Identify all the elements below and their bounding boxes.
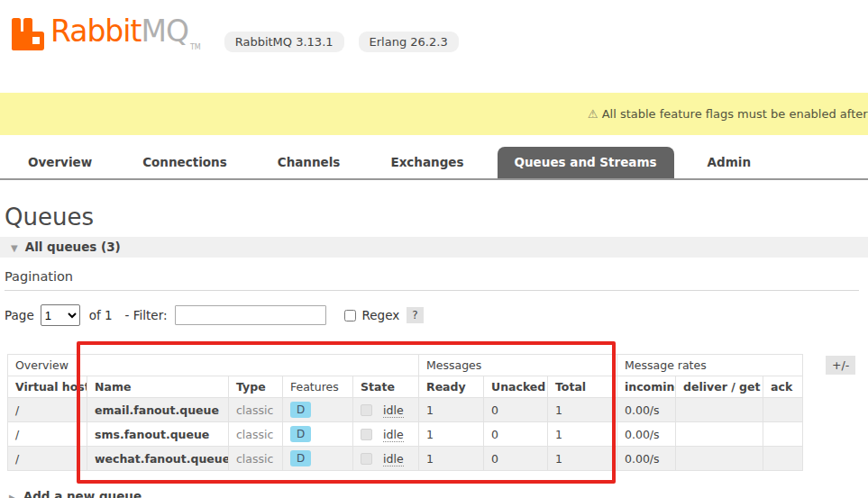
queue-name-link[interactable]: email.fanout.queue	[87, 398, 229, 422]
tab-exchanges[interactable]: Exchanges	[373, 147, 480, 178]
page-label: Page	[5, 308, 34, 322]
incoming-rate-cell: 0.00/s	[617, 398, 676, 422]
incoming-rate-cell: 0.00/s	[617, 422, 676, 447]
regex-help-button[interactable]: ?	[407, 307, 423, 323]
page-title: Queues	[5, 204, 868, 231]
state-label[interactable]: idle	[383, 428, 404, 442]
unacked-cell: 0	[484, 398, 548, 422]
tab-queues-and-streams[interactable]: Queues and Streams	[498, 147, 674, 178]
ack-rate-cell	[763, 398, 803, 422]
unacked-cell: 0	[484, 422, 548, 447]
table-row: / sms.fanout.queue classic D idle 1 0 1 …	[8, 422, 803, 447]
col-header-total[interactable]: Total	[548, 376, 617, 398]
table-group-header-row: Overview Messages Message rates	[8, 355, 803, 376]
col-header-state[interactable]: State	[353, 376, 419, 398]
durable-feature-icon[interactable]: D	[290, 450, 311, 466]
state-indicator-icon	[361, 404, 372, 416]
pagination-controls: Page 1 of 1 - Filter: Regex ?	[5, 304, 868, 326]
filter-input[interactable]	[175, 305, 326, 325]
queues-table: Overview Messages Message rates Virtual …	[7, 354, 803, 471]
ready-cell: 1	[419, 398, 484, 422]
all-queues-label: All queues (3)	[25, 240, 121, 254]
deliver-get-rate-cell	[676, 398, 763, 422]
filter-label: - Filter:	[125, 308, 168, 322]
col-header-features: Features	[283, 376, 353, 398]
rabbitmq-version-badge: RabbitMQ 3.13.1	[224, 32, 344, 52]
ready-cell: 1	[419, 447, 484, 471]
group-header-message-rates: Message rates	[617, 355, 803, 376]
col-header-ready[interactable]: Ready	[419, 376, 484, 398]
tab-connections[interactable]: Connections	[125, 147, 244, 178]
total-cell: 1	[548, 447, 617, 471]
deliver-get-rate-cell	[676, 447, 763, 471]
unacked-cell: 0	[484, 447, 548, 471]
col-header-unacked[interactable]: Unacked	[484, 376, 548, 398]
rabbitmq-wordmark: RabbitMQTM	[50, 14, 199, 57]
deliver-get-rate-cell	[676, 422, 763, 447]
group-header-messages: Messages	[419, 355, 617, 376]
add-queue-label: Add a new queue	[23, 489, 142, 498]
vhost-cell: /	[8, 398, 87, 422]
ack-rate-cell	[763, 447, 803, 471]
warning-icon: ⚠	[588, 107, 598, 121]
table-row: / wechat.fanout.queue classic D idle 1 0…	[8, 447, 803, 471]
col-header-type[interactable]: Type	[229, 376, 283, 398]
col-header-ack[interactable]: ack	[763, 376, 803, 398]
table-column-header-row: Virtual host Name Type Features State Re…	[8, 376, 803, 398]
version-badges: RabbitMQ 3.13.1 Erlang 26.2.3	[224, 32, 459, 52]
tab-overview[interactable]: Overview	[11, 147, 109, 178]
state-indicator-icon	[361, 453, 372, 465]
col-header-deliver-get[interactable]: deliver / get	[676, 376, 763, 398]
table-row: / email.fanout.queue classic D idle 1 0 …	[8, 398, 803, 422]
col-header-name[interactable]: Name	[87, 376, 229, 398]
page-select[interactable]: 1	[41, 304, 80, 326]
expand-triangle-icon: ▶	[9, 493, 16, 498]
ready-cell: 1	[419, 422, 484, 447]
vhost-cell: /	[8, 422, 87, 447]
add-new-queue-toggle[interactable]: ▶Add a new queue	[9, 489, 868, 498]
collapse-triangle-icon: ▼	[11, 243, 18, 253]
col-header-virtual-host[interactable]: Virtual host	[8, 376, 87, 398]
state-label[interactable]: idle	[383, 452, 404, 466]
rabbitmq-logo[interactable]: RabbitMQTM	[11, 14, 199, 57]
group-header-overview: Overview	[8, 355, 419, 376]
durable-feature-icon[interactable]: D	[290, 426, 311, 442]
tab-admin[interactable]: Admin	[690, 147, 768, 178]
queue-type-cell: classic	[229, 422, 283, 447]
regex-checkbox[interactable]	[344, 310, 356, 321]
toggle-columns-button[interactable]: +/-	[826, 356, 855, 375]
vhost-cell: /	[8, 447, 87, 471]
main-nav-tabs: Overview Connections Channels Exchanges …	[0, 147, 868, 180]
of-pages-label: of 1	[89, 308, 113, 322]
incoming-rate-cell: 0.00/s	[617, 447, 676, 471]
rabbitmq-rabbit-icon	[11, 14, 47, 51]
feature-flags-warning-banner: ⚠All stable feature flags must be enable…	[0, 93, 868, 135]
queue-type-cell: classic	[229, 447, 283, 471]
col-header-incoming[interactable]: incoming	[617, 376, 676, 398]
app-header: RabbitMQTM RabbitMQ 3.13.1 Erlang 26.2.3	[0, 0, 868, 93]
queue-name-link[interactable]: sms.fanout.queue	[87, 422, 229, 447]
regex-label: Regex	[362, 308, 400, 322]
total-cell: 1	[548, 398, 617, 422]
queue-name-link[interactable]: wechat.fanout.queue	[87, 447, 229, 471]
queue-type-cell: classic	[229, 398, 283, 422]
all-queues-section-toggle[interactable]: ▼All queues (3)	[0, 237, 868, 258]
queues-table-container: Overview Messages Message rates Virtual …	[7, 354, 802, 471]
total-cell: 1	[548, 422, 617, 447]
state-label[interactable]: idle	[383, 403, 404, 418]
durable-feature-icon[interactable]: D	[290, 402, 311, 418]
state-indicator-icon	[361, 429, 372, 440]
erlang-version-badge: Erlang 26.2.3	[359, 32, 459, 52]
ack-rate-cell	[763, 422, 803, 447]
tab-channels[interactable]: Channels	[260, 147, 358, 178]
warning-message: ⚠All stable feature flags must be enable…	[588, 93, 868, 135]
pagination-heading: Pagination	[5, 269, 859, 291]
